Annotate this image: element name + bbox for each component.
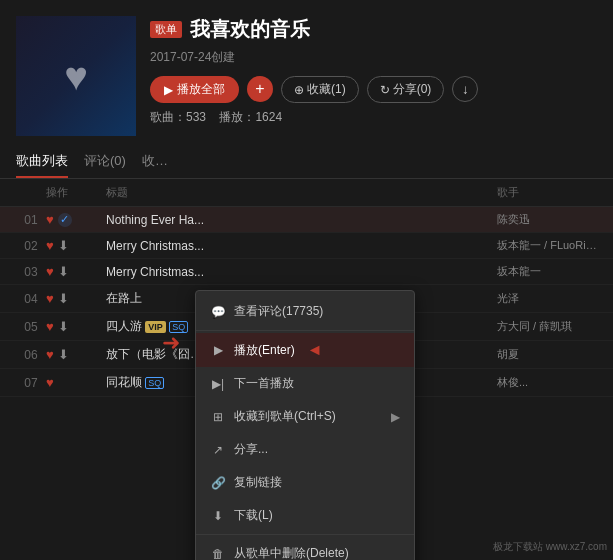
song-title: Merry Christmas...	[106, 239, 204, 253]
heart-icon[interactable]: ♥	[46, 212, 54, 227]
song-number: 03	[16, 265, 46, 279]
share-icon: ↗	[210, 442, 226, 458]
song-row[interactable]: 02 ♥⬇ Merry Christmas... 坂本龍一 / FLuoRiTe	[0, 233, 613, 259]
playlist-info: 歌单 我喜欢的音乐 2017-07-24创建 ▶ 播放全部 + ⊕ 收藏(1) …	[150, 16, 597, 136]
next-icon: ▶|	[210, 376, 226, 392]
menu-item-label: 从歌单中删除(Delete)	[234, 545, 349, 560]
heart-icon[interactable]: ♥	[46, 238, 54, 253]
tab-comments[interactable]: 评论(0)	[84, 146, 126, 178]
song-title: 同花顺	[106, 375, 142, 389]
context-menu-item[interactable]: 🗑 从歌单中删除(Delete)	[196, 537, 414, 560]
menu-item-label: 复制链接	[234, 474, 282, 491]
song-title: Merry Christmas...	[106, 265, 204, 279]
watermark: 极龙下载站 www.xz7.com	[493, 540, 607, 554]
playlist-stats: 歌曲：533 播放：1624	[150, 109, 597, 126]
heart-icon[interactable]: ♥	[46, 319, 54, 334]
menu-divider	[196, 534, 414, 535]
link-icon: 🔗	[210, 475, 226, 491]
song-action-icons: ♥⬇	[46, 319, 106, 334]
menu-item-label: 收藏到歌单(Ctrl+S)	[234, 408, 336, 425]
song-number: 05	[16, 320, 46, 334]
context-menu-item[interactable]: 💬 查看评论(17735)	[196, 295, 414, 328]
song-download-icon[interactable]: ⬇	[58, 238, 69, 253]
submenu-arrow-icon: ▶	[391, 410, 400, 424]
menu-divider	[196, 330, 414, 331]
song-artist: 陈奕迅	[497, 212, 597, 227]
song-number: 01	[16, 213, 46, 227]
song-action-icons: ♥⬇	[46, 264, 106, 279]
download-icon: ↓	[462, 82, 469, 97]
song-artist: 坂本龍一 / FLuoRiTe	[497, 238, 597, 253]
playlist-tag: 歌单	[150, 21, 182, 38]
menu-item-label: 查看评论(17735)	[234, 303, 323, 320]
tab-songs[interactable]: 歌曲列表	[16, 146, 68, 178]
heart-icon[interactable]: ♥	[46, 291, 54, 306]
song-action-icons: ♥⬇	[46, 291, 106, 306]
header-download-button[interactable]: ↓	[452, 76, 478, 102]
song-title: Nothing Ever Ha...	[106, 213, 204, 227]
song-action-icons: ♥✓	[46, 212, 106, 227]
context-menu: 💬 查看评论(17735) ▶ 播放(Enter) ◄ ▶| 下一首播放 ⊞ 收…	[195, 290, 415, 560]
song-artist: 林俊...	[497, 375, 597, 390]
collect-icon: ⊕	[294, 83, 304, 97]
playlist-date: 2017-07-24创建	[150, 49, 597, 66]
context-menu-item[interactable]: ↗ 分享...	[196, 433, 414, 466]
context-menu-item[interactable]: ⊞ 收藏到歌单(Ctrl+S) ▶	[196, 400, 414, 433]
song-download-icon[interactable]: ⬇	[58, 264, 69, 279]
context-menu-item[interactable]: ▶ 播放(Enter) ◄	[196, 333, 414, 367]
menu-item-label: 分享...	[234, 441, 268, 458]
song-number: 06	[16, 348, 46, 362]
song-download-icon[interactable]: ⬇	[58, 319, 69, 334]
song-title-cell: Nothing Ever Ha...	[106, 213, 497, 227]
song-action-icons: ♥⬇	[46, 347, 106, 362]
menu-item-label: 播放(Enter)	[234, 342, 295, 359]
highlight-arrow: ◄	[307, 341, 323, 359]
song-title: 在路上	[106, 291, 142, 305]
song-artist: 胡夏	[497, 347, 597, 362]
song-download-icon[interactable]: ⬇	[58, 347, 69, 362]
song-download-icon[interactable]: ⬇	[58, 291, 69, 306]
song-action-icons: ♥	[46, 375, 106, 390]
song-title-cell: Merry Christmas...	[106, 239, 497, 253]
song-number: 07	[16, 376, 46, 390]
menu-item-label: 下载(L)	[234, 507, 273, 524]
song-artist: 方大同 / 薛凯琪	[497, 319, 597, 334]
sq-tag: SQ	[145, 377, 164, 389]
context-menu-item[interactable]: ⬇ 下载(L)	[196, 499, 414, 532]
action-buttons: ▶ 播放全部 + ⊕ 收藏(1) ↻ 分享(0) ↓	[150, 76, 597, 103]
share-icon: ↻	[380, 83, 390, 97]
song-artist: 坂本龍一	[497, 264, 597, 279]
menu-item-label: 下一首播放	[234, 375, 294, 392]
album-art: ♥	[16, 16, 136, 136]
song-title: 放下（电影《囧…	[106, 347, 202, 361]
song-action-icons: ♥⬇	[46, 238, 106, 253]
tab-collect[interactable]: 收…	[142, 146, 168, 178]
song-list-header: 操作 标题 歌手	[0, 179, 613, 207]
arrow-indicator: ➜	[162, 330, 180, 356]
heart-icon[interactable]: ♥	[46, 347, 54, 362]
song-number: 04	[16, 292, 46, 306]
play-icon: ▶	[164, 83, 173, 97]
comment-icon: 💬	[210, 304, 226, 320]
context-menu-item[interactable]: 🔗 复制链接	[196, 466, 414, 499]
collect-button[interactable]: ⊕ 收藏(1)	[281, 76, 359, 103]
song-title: 四人游	[106, 319, 142, 333]
playlist-title: 我喜欢的音乐	[190, 16, 310, 43]
add-button[interactable]: +	[247, 76, 273, 102]
album-heart: ♥	[64, 54, 88, 99]
share-button[interactable]: ↻ 分享(0)	[367, 76, 445, 103]
song-title-cell: Merry Christmas...	[106, 265, 497, 279]
context-menu-item[interactable]: ▶| 下一首播放	[196, 367, 414, 400]
heart-icon[interactable]: ♥	[46, 264, 54, 279]
play-all-button[interactable]: ▶ 播放全部	[150, 76, 239, 103]
song-artist: 光泽	[497, 291, 597, 306]
delete-icon: 🗑	[210, 546, 226, 561]
collect-icon: ⊞	[210, 409, 226, 425]
heart-icon[interactable]: ♥	[46, 375, 54, 390]
verified-icon: ✓	[58, 213, 72, 227]
tab-bar: 歌曲列表 评论(0) 收…	[0, 146, 613, 179]
song-row[interactable]: 03 ♥⬇ Merry Christmas... 坂本龍一	[0, 259, 613, 285]
play-icon: ▶	[210, 342, 226, 358]
download-icon: ⬇	[210, 508, 226, 524]
song-row[interactable]: 01 ♥✓ Nothing Ever Ha... 陈奕迅	[0, 207, 613, 233]
